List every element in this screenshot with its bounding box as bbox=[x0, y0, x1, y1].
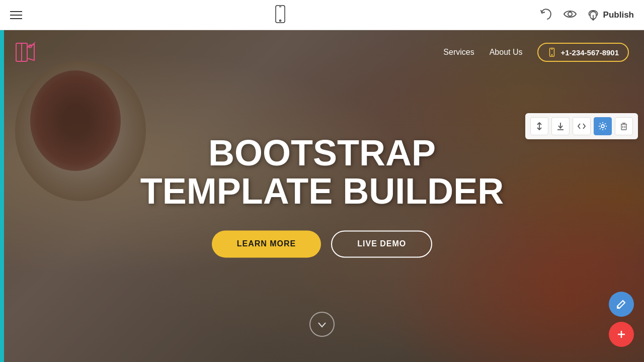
delete-tool-button[interactable] bbox=[615, 117, 633, 135]
left-accent-panel bbox=[0, 30, 4, 362]
svg-point-2 bbox=[280, 20, 281, 21]
undo-icon[interactable] bbox=[539, 7, 553, 23]
hero-section: Services About Us +1-234-567-8901 BOOTST… bbox=[0, 30, 644, 362]
svg-point-3 bbox=[568, 12, 572, 16]
phone-button[interactable]: +1-234-567-8901 bbox=[537, 43, 629, 62]
settings-tool-button[interactable] bbox=[594, 117, 612, 135]
publish-label: Publish bbox=[603, 10, 634, 20]
main-content: Services About Us +1-234-567-8901 BOOTST… bbox=[0, 30, 644, 362]
download-tool-button[interactable] bbox=[551, 117, 570, 135]
svg-point-15 bbox=[601, 125, 604, 128]
hero-buttons: LEARN MORE LIVE DEMO bbox=[64, 231, 580, 258]
toolbar-left bbox=[10, 11, 22, 19]
live-demo-button[interactable]: LIVE DEMO bbox=[331, 231, 432, 258]
scroll-down-arrow[interactable] bbox=[309, 312, 335, 337]
learn-more-button[interactable]: LEARN MORE bbox=[212, 231, 321, 258]
site-logo[interactable] bbox=[15, 40, 39, 64]
hamburger-menu[interactable] bbox=[10, 11, 22, 19]
sort-tool-button[interactable] bbox=[530, 117, 548, 135]
floating-action-buttons bbox=[609, 292, 634, 347]
preview-eye-icon[interactable] bbox=[563, 7, 577, 23]
toolbar-center bbox=[273, 5, 287, 25]
svg-rect-16 bbox=[621, 124, 626, 130]
section-toolbar bbox=[525, 113, 638, 139]
hero-title-line2: TEMPLATE BUILDER bbox=[64, 172, 580, 211]
edit-float-button[interactable] bbox=[609, 292, 634, 317]
hero-title-line1: BOOTSTRAP bbox=[64, 134, 580, 172]
toolbar-right: Publish bbox=[539, 7, 634, 23]
svg-point-11 bbox=[552, 55, 553, 56]
site-nav: Services About Us +1-234-567-8901 bbox=[443, 43, 629, 62]
site-navbar: Services About Us +1-234-567-8901 bbox=[0, 30, 644, 74]
publish-button[interactable]: Publish bbox=[587, 9, 634, 21]
nav-services[interactable]: Services bbox=[443, 48, 474, 57]
top-toolbar: Publish bbox=[0, 0, 644, 30]
add-float-button[interactable] bbox=[609, 322, 634, 347]
hero-text: BOOTSTRAP TEMPLATE BUILDER LEARN MORE LI… bbox=[64, 134, 580, 257]
hero-title: BOOTSTRAP TEMPLATE BUILDER bbox=[64, 134, 580, 210]
mobile-preview-icon[interactable] bbox=[273, 5, 287, 25]
phone-number: +1-234-567-8901 bbox=[560, 48, 619, 57]
nav-about-us[interactable]: About Us bbox=[490, 48, 523, 57]
svg-line-19 bbox=[623, 301, 625, 303]
code-tool-button[interactable] bbox=[573, 117, 591, 135]
